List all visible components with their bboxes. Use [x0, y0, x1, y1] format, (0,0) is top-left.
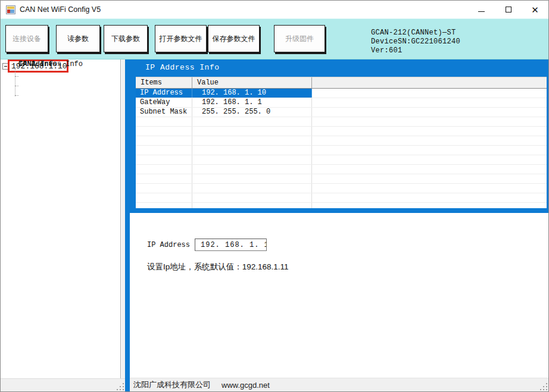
toolbar-button-download-params[interactable]: 下载参数 — [104, 25, 148, 52]
table-cell — [192, 193, 312, 202]
table-cell — [312, 184, 547, 193]
table-header-row: Items Value — [136, 77, 547, 89]
resize-grip[interactable] — [546, 389, 547, 390]
table-cell — [136, 184, 192, 193]
table-row-empty[interactable] — [136, 193, 547, 203]
device-tree: 192.168.1.10 IP Address InfoCAN1 InfoCAN… — [1, 59, 120, 178]
table-cell — [192, 127, 312, 136]
table-row-empty[interactable] — [136, 155, 547, 165]
table-cell — [312, 108, 547, 117]
table-cell — [312, 98, 547, 107]
table-cell — [136, 136, 192, 145]
close-icon: ✕ — [531, 5, 539, 14]
maximize-button[interactable] — [495, 1, 522, 18]
table-cell — [312, 165, 547, 174]
tree-connector-stub — [15, 86, 18, 86]
table-cell: 192. 168. 1. 10 — [192, 89, 312, 98]
window-controls: ✕ — [468, 1, 548, 18]
minimize-icon — [478, 11, 485, 12]
toolbar-button-read-params[interactable]: 读参数 — [56, 25, 100, 52]
table-body: IP Address192. 168. 1. 10GateWay192. 168… — [136, 89, 547, 208]
title-bar: CAN Net WiFi Config V5 ✕ — [1, 1, 548, 18]
table-row-subnet-mask[interactable]: Subnet Mask255. 255. 255. 0 — [136, 108, 547, 117]
tree-connector-stub — [15, 95, 18, 96]
table-row-empty[interactable] — [136, 136, 547, 146]
table-row-ip-address[interactable]: IP Address192. 168. 1. 10 — [136, 89, 547, 98]
toolbar-buttons: 连接设备读参数下载参数打开参数文件保存参数文件升级固件 — [1, 25, 325, 54]
table-cell — [192, 146, 312, 155]
right-region: IP Address Info Items Value IP Address19… — [130, 59, 548, 391]
table-cell: 192. 168. 1. 1 — [192, 98, 312, 107]
table-cell — [192, 117, 312, 126]
table-cell — [312, 155, 547, 164]
table-cell — [192, 203, 312, 208]
ip-address-input[interactable] — [195, 239, 267, 251]
table-cell — [192, 136, 312, 145]
column-header-value[interactable]: Value — [192, 77, 312, 88]
table-row-empty[interactable] — [136, 146, 547, 155]
toolbar-button-open-param-file[interactable]: 打开参数文件 — [155, 25, 207, 52]
status-company: 沈阳广成科技有限公司 — [133, 380, 211, 390]
column-header-items[interactable]: Items — [136, 77, 192, 88]
table-row-empty[interactable] — [136, 127, 547, 136]
table-cell — [312, 117, 547, 126]
table-row-gateway[interactable]: GateWay192. 168. 1. 1 — [136, 98, 547, 108]
device-info-block: GCAN-212(CANNet)—ST DeviceSN:GC221061240… — [371, 29, 460, 55]
device-tree-panel: 192.168.1.10 IP Address InfoCAN1 InfoCAN… — [1, 59, 121, 378]
status-website: www.gcgd.net — [222, 381, 270, 390]
minimize-button[interactable] — [468, 1, 495, 18]
left-panel-status-strip — [1, 378, 125, 391]
table-cell — [312, 193, 547, 202]
resize-grip[interactable] — [123, 389, 124, 390]
ip-default-hint: 设置Ip地址，系统默认值：192.168.1.11 — [147, 262, 289, 272]
table-cell — [312, 174, 547, 183]
table-cell — [312, 89, 547, 98]
table-cell: Subnet Mask — [136, 108, 192, 117]
column-header-blank[interactable] — [312, 77, 547, 88]
toolbar-button-connect-device[interactable]: 连接设备 — [5, 25, 48, 52]
table-cell — [312, 136, 547, 145]
table-cell: 255. 255. 255. 0 — [192, 108, 312, 117]
table-cell — [136, 146, 192, 155]
table-cell — [136, 155, 192, 164]
ip-address-label: IP Address — [147, 241, 190, 249]
app-window: CAN Net WiFi Config V5 ✕ 连接设备读参数下载参数打开参数… — [0, 0, 549, 392]
device-version: Ver:601 — [371, 46, 460, 55]
table-cell — [136, 193, 192, 202]
status-bar: 沈阳广成科技有限公司 www.gcgd.net — [130, 378, 548, 391]
table-row-empty[interactable] — [136, 174, 547, 184]
close-button[interactable]: ✕ — [522, 1, 548, 18]
table-cell — [192, 155, 312, 164]
table-row-empty[interactable] — [136, 117, 547, 127]
table-cell — [192, 165, 312, 174]
vertical-splitter[interactable] — [125, 59, 130, 391]
table-row-empty[interactable] — [136, 165, 547, 174]
table-cell: GateWay — [136, 98, 192, 107]
tree-item-can2-info[interactable]: CAN2 Info — [18, 59, 57, 69]
table-cell — [192, 174, 312, 183]
main-area: 192.168.1.10 IP Address InfoCAN1 InfoCAN… — [1, 59, 548, 391]
table-row-empty[interactable] — [136, 184, 547, 193]
param-table: Items Value IP Address192. 168. 1. 10Gat… — [136, 77, 547, 208]
toolbar-button-save-param-file[interactable]: 保存参数文件 — [208, 25, 260, 52]
table-cell — [312, 146, 547, 155]
table-cell — [136, 203, 192, 208]
app-icon — [6, 5, 15, 14]
table-cell — [192, 184, 312, 193]
param-table-panel: IP Address Info Items Value IP Address19… — [130, 59, 548, 208]
table-panel-title: IP Address Info — [145, 63, 220, 72]
table-cell — [136, 174, 192, 183]
table-cell — [312, 203, 547, 208]
device-serial: DeviceSN:GC221061240 — [371, 37, 460, 46]
toolbar: 连接设备读参数下载参数打开参数文件保存参数文件升级固件 GCAN-212(CAN… — [1, 18, 548, 59]
table-cell — [136, 127, 192, 136]
table-row-empty[interactable] — [136, 203, 547, 208]
horizontal-splitter[interactable] — [130, 208, 548, 213]
window-title: CAN Net WiFi Config V5 — [20, 5, 101, 14]
table-cell — [136, 165, 192, 174]
toolbar-button-upgrade-firmware[interactable]: 升级固件 — [274, 25, 325, 52]
tree-connector-stub — [15, 76, 18, 77]
table-cell — [312, 127, 547, 136]
table-cell: IP Address — [136, 89, 192, 98]
maximize-icon — [506, 7, 511, 12]
